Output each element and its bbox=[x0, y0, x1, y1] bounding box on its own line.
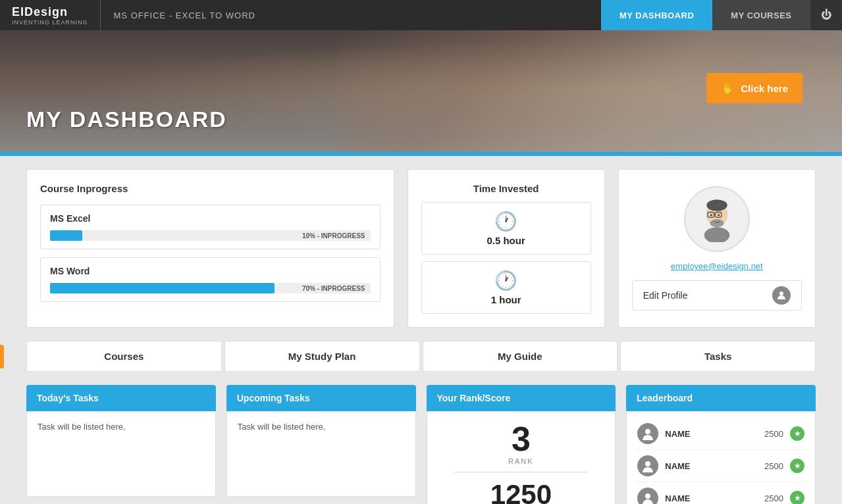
lb-name-3: NAME bbox=[665, 493, 764, 503]
progress-bar-excel-fill bbox=[50, 230, 82, 241]
course-item-word: MS Word 70% - INPROGRESS bbox=[40, 257, 381, 302]
rank-label: RANK bbox=[508, 457, 534, 465]
leaderboard-row-2: NAME 2500 ★ bbox=[635, 450, 807, 482]
todays-tasks-body: Task will be listed here, bbox=[26, 411, 216, 497]
tab-tasks[interactable]: Tasks bbox=[620, 341, 816, 372]
todays-tasks-text: Task will be listed here, bbox=[38, 422, 126, 432]
lb-badge-2: ★ bbox=[790, 459, 804, 473]
progress-bar-word-fill bbox=[50, 283, 275, 293]
course-name-excel: MS Excel bbox=[50, 213, 371, 224]
edit-profile-button[interactable]: Edit Profile bbox=[632, 280, 802, 311]
courses-card-title: Course Inprogress bbox=[40, 183, 381, 194]
time-item-half-hour: 🕐 0.5 hour bbox=[421, 202, 591, 255]
lb-score-2: 2500 bbox=[764, 461, 783, 471]
main-content: Course Inprogress MS Excel 10% - INPROGR… bbox=[0, 156, 842, 504]
edit-profile-label: Edit Profile bbox=[643, 290, 688, 301]
rank-score-header: Your Rank/Score bbox=[427, 385, 616, 411]
progress-label-excel: 10% - INPROGRESS bbox=[302, 232, 365, 239]
leaderboard-header: Leaderboard bbox=[626, 385, 816, 411]
upcoming-tasks-header: Upcoming Tasks bbox=[226, 385, 416, 411]
time-value-2: 1 hour bbox=[491, 294, 521, 305]
tabs-wrapper: ✋ Click here Courses My Study Plan My Gu… bbox=[26, 341, 816, 372]
avatar-circle bbox=[684, 186, 750, 252]
svg-point-12 bbox=[645, 493, 650, 499]
leaderboard-row-1: NAME 2500 ★ bbox=[635, 418, 807, 450]
hero-click-here-button[interactable]: ✋ Click here bbox=[706, 73, 803, 103]
rank-score-panel: Your Rank/Score 3 RANK 1250 bbox=[427, 385, 616, 504]
score-number: 1250 bbox=[490, 479, 552, 504]
nav-tabs-row: Courses My Study Plan My Guide Tasks bbox=[26, 341, 816, 372]
tab-my-study-plan[interactable]: My Study Plan bbox=[224, 341, 420, 372]
top-navigation: EIDesign INVENTING LEARNING MS OFFICE - … bbox=[0, 0, 842, 30]
lb-avatar-1 bbox=[637, 423, 658, 444]
svg-point-7 bbox=[710, 219, 724, 227]
svg-point-11 bbox=[645, 461, 650, 466]
progress-bar-word-wrapper: 70% - INPROGRESS bbox=[50, 283, 371, 293]
power-icon: ⏻ bbox=[821, 9, 832, 20]
lb-avatar-2 bbox=[637, 455, 658, 476]
power-btn[interactable]: ⏻ bbox=[810, 0, 843, 30]
nav-buttons: MY DASHBOARD MY COURSES ⏻ bbox=[601, 0, 842, 30]
logo-area: EIDesign INVENTING LEARNING bbox=[0, 0, 101, 30]
hero-click-here-label: Click here bbox=[741, 83, 788, 94]
lb-score-3: 2500 bbox=[764, 493, 783, 503]
hero-banner: MY DASHBOARD ✋ Click here bbox=[0, 30, 842, 152]
time-invested-card: Time Invested 🕐 0.5 hour 🕐 1 hour bbox=[408, 169, 605, 328]
lb-badge-3: ★ bbox=[790, 491, 804, 504]
side-click-here-button[interactable]: ✋ Click here bbox=[0, 345, 4, 368]
edit-profile-icon bbox=[772, 286, 791, 305]
svg-point-8 bbox=[704, 227, 730, 242]
todays-tasks-header: Today's Tasks bbox=[26, 385, 216, 411]
tab-courses[interactable]: Courses bbox=[26, 341, 222, 372]
todays-tasks-panel: Today's Tasks Task will be listed here, bbox=[26, 385, 216, 504]
course-name-word: MS Word bbox=[50, 266, 371, 276]
logo-sub: INVENTING LEARNING bbox=[12, 19, 88, 26]
progress-bar-excel-wrapper: 10% - INPROGRESS bbox=[50, 230, 371, 241]
course-item-excel: MS Excel 10% - INPROGRESS bbox=[40, 205, 381, 249]
clock-icon-2: 🕐 bbox=[494, 270, 517, 291]
lb-name-1: NAME bbox=[665, 429, 764, 439]
leaderboard-body: NAME 2500 ★ NAME 2500 ★ bbox=[626, 411, 816, 504]
tab-my-guide[interactable]: My Guide bbox=[423, 341, 618, 372]
lb-badge-1: ★ bbox=[790, 426, 804, 441]
svg-point-10 bbox=[645, 429, 650, 434]
svg-point-6 bbox=[718, 214, 720, 216]
rank-score-body: 3 RANK 1250 bbox=[427, 411, 616, 504]
upcoming-tasks-body: Task will be listed here, bbox=[226, 411, 416, 497]
rank-number: 3 bbox=[512, 422, 531, 456]
profile-email[interactable]: employee@eidesign.net bbox=[671, 261, 763, 271]
lb-avatar-3 bbox=[637, 488, 658, 504]
svg-point-5 bbox=[710, 214, 712, 216]
hero-title: MY DASHBOARD bbox=[26, 107, 227, 132]
progress-label-word: 70% - INPROGRESS bbox=[302, 285, 365, 292]
hand-icon: ✋ bbox=[721, 81, 735, 95]
svg-point-1 bbox=[706, 199, 727, 211]
logo-text: EIDesign bbox=[12, 5, 68, 18]
rank-divider bbox=[454, 472, 588, 472]
time-value-1: 0.5 hour bbox=[487, 235, 525, 246]
upcoming-tasks-text: Task will be listed here, bbox=[238, 422, 326, 432]
course-title: MS OFFICE - EXCEL TO WORD bbox=[101, 11, 601, 20]
profile-card: employee@eidesign.net Edit Profile bbox=[618, 169, 816, 328]
lb-score-1: 2500 bbox=[764, 429, 783, 439]
courses-inprogress-card: Course Inprogress MS Excel 10% - INPROGR… bbox=[26, 169, 394, 328]
top-cards-row: Course Inprogress MS Excel 10% - INPROGR… bbox=[26, 169, 816, 328]
my-courses-btn[interactable]: MY COURSES bbox=[712, 0, 810, 30]
time-invested-title: Time Invested bbox=[421, 183, 591, 194]
bottom-panels-row: Today's Tasks Task will be listed here, … bbox=[26, 385, 816, 504]
upcoming-tasks-panel: Upcoming Tasks Task will be listed here, bbox=[226, 385, 416, 504]
leaderboard-panel: Leaderboard NAME 2500 ★ bbox=[626, 385, 816, 504]
clock-icon-1: 🕐 bbox=[494, 211, 517, 232]
svg-point-9 bbox=[779, 291, 783, 295]
lb-name-2: NAME bbox=[665, 461, 764, 471]
leaderboard-row-3: NAME 2500 ★ bbox=[635, 482, 807, 504]
avatar-svg bbox=[694, 196, 740, 242]
my-dashboard-btn[interactable]: MY DASHBOARD bbox=[601, 0, 712, 30]
time-item-one-hour: 🕐 1 hour bbox=[421, 261, 591, 314]
